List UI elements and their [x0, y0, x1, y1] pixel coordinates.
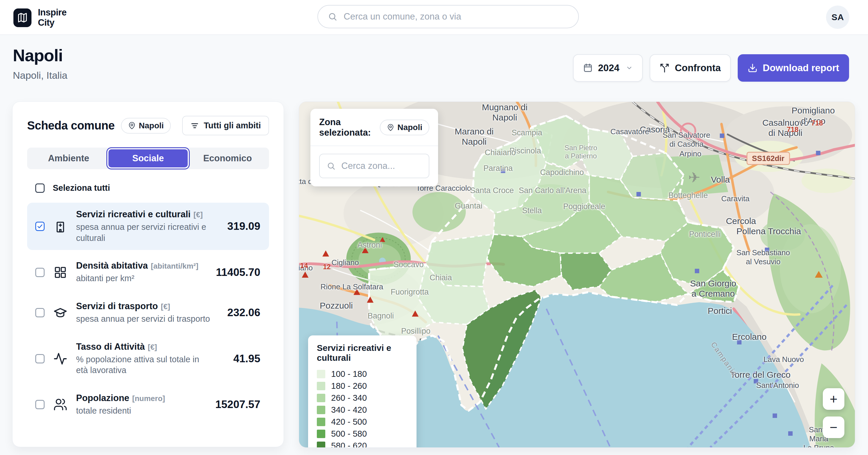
legend-row: 100 - 180	[317, 368, 408, 380]
indicator-text: Servizi ricreativi e culturali[€]spesa a…	[76, 209, 227, 244]
map-road-label: 14	[300, 262, 308, 270]
tab-ambiente[interactable]: Ambiente	[29, 149, 108, 167]
legend-title: Servizi ricreativi e culturali	[317, 343, 408, 363]
brand-line2: City	[38, 18, 66, 28]
grid-icon	[53, 265, 67, 279]
page-head: Napoli Napoli, Italia	[13, 46, 67, 81]
year-select-button[interactable]: 2024	[573, 54, 643, 82]
global-search-input[interactable]	[343, 11, 568, 22]
indicator-checkbox[interactable]	[35, 308, 44, 317]
chevron-down-icon	[626, 64, 633, 72]
indicator-text: Tasso di Attività[€]% popolazione attiva…	[76, 342, 233, 376]
legend-row: 260 - 340	[317, 392, 408, 404]
indicator-value: 11405.70	[216, 266, 260, 279]
map-logo-icon	[17, 12, 28, 23]
graduation-cap-icon	[53, 306, 67, 320]
location-badge-label: Napoli	[139, 121, 164, 131]
indicator-title: Tasso di Attività[€]	[76, 342, 227, 352]
indicator-description: totale residenti	[76, 405, 210, 417]
zone-badge-label: Napoli	[397, 123, 422, 132]
indicator-title: Servizi ricreativi e culturali[€]	[76, 209, 221, 220]
page-subtitle: Napoli, Italia	[13, 70, 67, 81]
panel-head: Scheda comune Napoli Tutti gli ambiti	[27, 116, 269, 135]
indicator-row[interactable]: Densità abitativa[abitanti/km²]abitanti …	[27, 254, 269, 290]
zone-search[interactable]	[319, 154, 429, 178]
tabs: AmbienteSocialeEconomico	[27, 148, 269, 169]
legend-range: 420 - 500	[331, 417, 367, 427]
topbar: Inspire City SA	[0, 0, 868, 35]
all-domains-button[interactable]: Tutti gli ambiti	[182, 116, 269, 135]
download-icon	[748, 63, 757, 73]
indicator-title: Densità abitativa[abitanti/km²]	[76, 260, 210, 271]
legend-row: 420 - 500	[317, 416, 408, 428]
indicator-description: spesa annua per servizi di trasporto	[76, 314, 210, 324]
compare-button[interactable]: Confronta	[650, 54, 731, 82]
brand[interactable]: Inspire City	[13, 7, 66, 28]
avatar[interactable]: SA	[826, 5, 849, 29]
zoom-out-button[interactable]: −	[823, 417, 844, 438]
check-icon	[37, 223, 43, 230]
legend-swatch	[317, 370, 325, 378]
indicator-title: Popolazione[numero]	[76, 393, 210, 403]
download-label: Download report	[763, 62, 839, 74]
map-road-label: 718	[787, 125, 798, 134]
app-root: Inspire City SA Napoli Napoli, Italia 20…	[0, 0, 868, 455]
tab-economico[interactable]: Economico	[188, 149, 267, 167]
svg-text:✈: ✈	[688, 169, 701, 186]
search-icon	[328, 12, 337, 21]
select-all-checkbox[interactable]	[35, 183, 44, 193]
legend-range: 500 - 580	[331, 429, 367, 439]
map-pin-icon	[128, 122, 136, 130]
indicator-unit: [abitanti/km²]	[151, 262, 198, 271]
indicator-unit: [€]	[148, 343, 157, 351]
legend-row: 500 - 580	[317, 428, 408, 440]
users-icon	[53, 398, 67, 411]
split-icon	[660, 63, 670, 73]
map-road-label: 12	[323, 263, 331, 271]
activity-icon	[53, 352, 67, 366]
app-logo	[13, 8, 31, 27]
calendar-icon	[583, 63, 593, 73]
download-report-button[interactable]: Download report	[738, 54, 849, 82]
brand-line1: Inspire	[38, 7, 66, 18]
location-badge[interactable]: Napoli	[121, 118, 171, 134]
legend-row: 180 - 260	[317, 380, 408, 392]
legend-swatch	[317, 418, 325, 426]
select-all-row[interactable]: Seleziona tutti	[27, 183, 269, 193]
indicator-row[interactable]: Tasso di Attività[€]% popolazione attiva…	[27, 335, 269, 382]
map-road-label: SS162dir	[746, 152, 790, 165]
indicator-checkbox[interactable]	[35, 354, 44, 363]
indicator-row[interactable]: Popolazione[numero]totale residenti15207…	[27, 387, 269, 423]
map-container[interactable]: ✈	[299, 102, 855, 448]
panel-title: Scheda comune	[27, 119, 115, 132]
indicator-text: Popolazione[numero]totale residenti	[76, 393, 215, 417]
zoom-in-button[interactable]: +	[823, 388, 844, 410]
indicator-description: abitanti per km²	[76, 273, 210, 284]
indicator-text: Servizi di trasporto[€]spesa annua per s…	[76, 301, 227, 324]
indicator-description: % popolazione attiva sul totale in età l…	[76, 354, 210, 376]
indicator-title: Servizi di trasporto[€]	[76, 301, 221, 312]
indicator-value: 232.06	[227, 307, 260, 319]
map-legend: Servizi ricreativi e culturali 100 - 180…	[308, 335, 416, 448]
global-search[interactable]	[317, 5, 579, 28]
legend-row: 580 - 620	[317, 440, 408, 448]
hospital-icon	[53, 219, 67, 233]
zone-badge[interactable]: Napoli	[380, 120, 429, 135]
indicator-checkbox[interactable]	[35, 400, 44, 409]
zone-search-input[interactable]	[341, 161, 422, 171]
legend-range: 100 - 180	[331, 369, 367, 379]
tab-sociale[interactable]: Sociale	[108, 149, 188, 167]
legend-swatch	[317, 382, 325, 390]
indicator-checkbox[interactable]	[35, 222, 44, 231]
indicator-checkbox[interactable]	[35, 268, 44, 277]
page-title: Napoli	[13, 46, 67, 65]
filter-icon	[190, 121, 199, 130]
legend-swatch	[317, 406, 325, 414]
legend-swatch	[317, 442, 325, 448]
indicator-row[interactable]: Servizi ricreativi e culturali[€]spesa a…	[27, 203, 269, 250]
legend-swatch	[317, 430, 325, 438]
indicator-row[interactable]: Servizi di trasporto[€]spesa annua per s…	[27, 294, 269, 331]
indicator-value: 319.09	[227, 220, 260, 232]
legend-range: 180 - 260	[331, 381, 367, 391]
legend-range: 260 - 340	[331, 393, 367, 403]
